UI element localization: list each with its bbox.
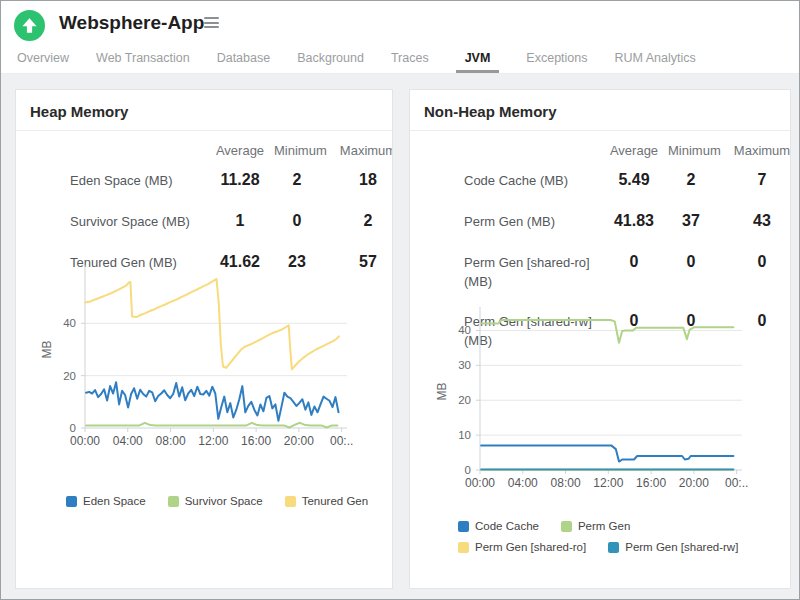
table-row-perm-gen: Perm Gen (MB) 41.83 37 43 [410, 202, 790, 243]
tab-database[interactable]: Database [217, 46, 271, 73]
tab-web-transaction[interactable]: Web Transaction [96, 46, 190, 73]
svg-text:12:00: 12:00 [593, 476, 623, 490]
row-label: Survivor Space (MB) [16, 202, 206, 243]
svg-text:16:00: 16:00 [241, 434, 271, 448]
perm-gen-swatch-icon [561, 521, 572, 532]
svg-text:00:..: 00:.. [330, 434, 353, 448]
table-row-eden-space: Eden Space (MB) 11.28 2 18 [16, 161, 392, 202]
apm-dashboard: Websphere-App Overview Web Transaction D… [0, 0, 800, 600]
eden-space-swatch-icon [66, 496, 77, 507]
hamburger-menu-icon[interactable] [204, 17, 219, 31]
maximum-value: 0 [714, 243, 791, 282]
average-value: 0 [600, 243, 668, 282]
table-header-row: Average Minimum Maximum [410, 139, 790, 161]
svg-text:12:00: 12:00 [198, 434, 228, 448]
heap-memory-title: Heap Memory [16, 90, 392, 130]
svg-text:0: 0 [465, 464, 471, 476]
tab-bar: Overview Web Transaction Database Backgr… [1, 46, 799, 74]
tab-traces[interactable]: Traces [391, 46, 429, 73]
non-heap-memory-chart[interactable]: 01020304000:0004:0008:0012:0016:0020:000… [410, 305, 791, 495]
legend-item-perm-gen-shared-rw[interactable]: Perm Gen [shared-rw] [608, 541, 738, 553]
legend-item-perm-gen[interactable]: Perm Gen [561, 520, 630, 532]
tenured-gen-swatch-icon [285, 496, 296, 507]
average-value: 11.28 [206, 161, 274, 200]
svg-text:40: 40 [458, 324, 471, 336]
non-heap-memory-panel: Non-Heap Memory Average Minimum Maximum … [409, 89, 791, 589]
tab-overview[interactable]: Overview [17, 46, 69, 73]
page-title: Websphere-App [59, 12, 204, 34]
table-row-survivor-space: Survivor Space (MB) 1 0 2 [16, 202, 392, 243]
svg-text:00:..: 00:.. [725, 476, 748, 490]
maximum-value: 43 [714, 202, 791, 241]
legend-item-perm-gen-shared-ro[interactable]: Perm Gen [shared-ro] [458, 541, 586, 553]
minimum-value: 0 [274, 202, 320, 241]
heap-memory-legend: Eden Space Survivor Space Tenured Gen [66, 495, 368, 507]
legend-item-tenured-gen[interactable]: Tenured Gen [285, 495, 369, 507]
legend-item-eden-space[interactable]: Eden Space [66, 495, 146, 507]
perm-gen-shared-ro-swatch-icon [458, 542, 469, 553]
svg-text:20:00: 20:00 [679, 476, 709, 490]
perm-gen-shared-rw-swatch-icon [608, 542, 619, 553]
survivor-space-swatch-icon [168, 496, 179, 507]
code-cache-swatch-icon [458, 521, 469, 532]
svg-text:16:00: 16:00 [636, 476, 666, 490]
column-minimum: Minimum [668, 139, 714, 160]
column-maximum: Maximum [320, 139, 393, 160]
average-value: 5.49 [600, 161, 668, 200]
svg-text:08:00: 08:00 [551, 476, 581, 490]
row-label: Perm Gen [shared-ro] (MB) [410, 243, 600, 303]
maximum-value: 18 [320, 161, 393, 200]
svg-text:10: 10 [458, 429, 471, 441]
row-label: Perm Gen (MB) [410, 202, 600, 243]
average-value: 41.83 [600, 202, 668, 241]
app-status-up-arrow-icon[interactable] [14, 10, 45, 41]
svg-text:20:00: 20:00 [284, 434, 314, 448]
content-area: Heap Memory Average Minimum Maximum Eden… [1, 74, 799, 600]
average-value: 1 [206, 202, 274, 241]
table-header-row: Average Minimum Maximum [16, 139, 392, 161]
heap-memory-chart[interactable]: 0204000:0004:0008:0012:0016:0020:0000:..… [16, 256, 393, 461]
divider [16, 130, 392, 131]
svg-text:MB: MB [435, 383, 449, 401]
svg-text:MB: MB [40, 341, 54, 359]
tab-rum-analytics[interactable]: RUM Analytics [615, 46, 696, 73]
non-heap-memory-title: Non-Heap Memory [410, 90, 790, 130]
svg-text:40: 40 [63, 317, 76, 329]
tab-exceptions[interactable]: Exceptions [526, 46, 587, 73]
row-label: Code Cache (MB) [410, 161, 600, 202]
svg-text:20: 20 [458, 394, 471, 406]
legend-item-survivor-space[interactable]: Survivor Space [168, 495, 263, 507]
svg-text:08:00: 08:00 [156, 434, 186, 448]
svg-text:04:00: 04:00 [113, 434, 143, 448]
column-average: Average [600, 139, 668, 160]
svg-text:00:00: 00:00 [70, 434, 100, 448]
tab-background[interactable]: Background [297, 46, 364, 73]
maximum-value: 2 [320, 202, 393, 241]
column-average: Average [206, 139, 274, 160]
svg-text:30: 30 [458, 359, 471, 371]
svg-text:00:00: 00:00 [465, 476, 495, 490]
non-heap-memory-legend: Code Cache Perm Gen Perm Gen [shared-ro] [458, 520, 738, 553]
table-row-perm-gen-shared-ro: Perm Gen [shared-ro] (MB) 0 0 0 [410, 243, 790, 303]
column-maximum: Maximum [714, 139, 791, 160]
heap-memory-panel: Heap Memory Average Minimum Maximum Eden… [15, 89, 393, 589]
svg-text:0: 0 [70, 422, 76, 434]
table-row-code-cache: Code Cache (MB) 5.49 2 7 [410, 161, 790, 202]
minimum-value: 0 [668, 243, 714, 282]
row-label: Eden Space (MB) [16, 161, 206, 202]
svg-text:20: 20 [63, 370, 76, 382]
minimum-value: 2 [668, 161, 714, 200]
minimum-value: 37 [668, 202, 714, 241]
svg-text:04:00: 04:00 [508, 476, 538, 490]
tab-jvm[interactable]: JVM [456, 46, 500, 73]
divider [410, 130, 790, 131]
legend-item-code-cache[interactable]: Code Cache [458, 520, 539, 532]
minimum-value: 2 [274, 161, 320, 200]
maximum-value: 7 [714, 161, 791, 200]
app-header: Websphere-App [1, 1, 799, 46]
column-minimum: Minimum [274, 139, 320, 160]
